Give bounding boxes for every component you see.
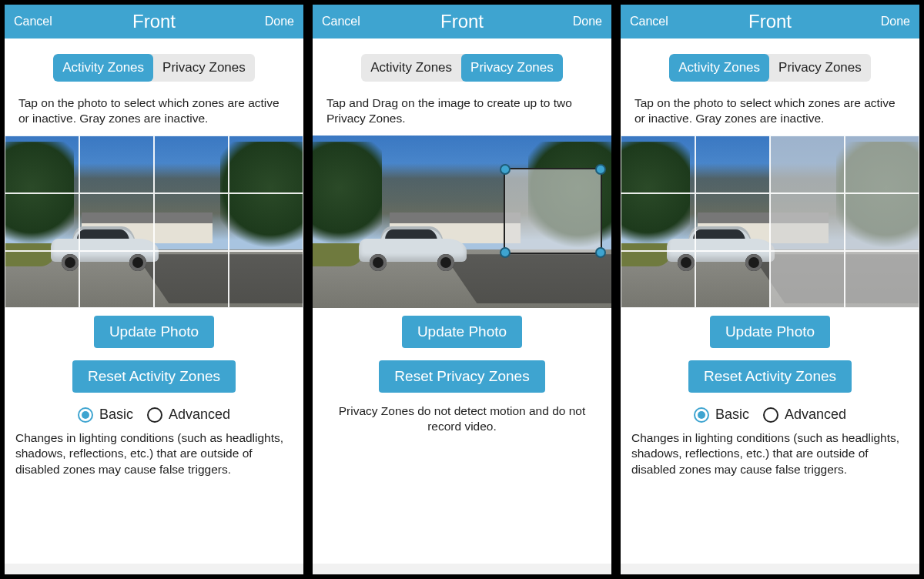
tab-privacy-zones[interactable]: Privacy Zones [153,54,255,82]
resize-handle-br[interactable] [595,247,606,258]
bottom-bar [313,564,611,574]
tab-activity-zones[interactable]: Activity Zones [361,54,461,82]
instruction-text: Tap and Drag on the image to create up t… [313,89,611,136]
reset-privacy-zones-button[interactable]: Reset Privacy Zones [379,360,544,393]
instruction-text: Tap on the photo to select which zones a… [5,89,303,136]
camera-photo[interactable] [313,136,611,308]
zone-tabs: Activity Zones Privacy Zones [53,54,255,82]
radio-advanced[interactable]: Advanced [763,407,846,423]
resize-handle-tr[interactable] [595,164,606,175]
cancel-button[interactable]: Cancel [14,15,52,28]
resize-handle-bl[interactable] [500,247,511,258]
screen-activity-basic: Cancel Front Done Activity Zones Privacy… [2,2,306,577]
radio-basic-label: Basic [715,407,749,423]
mode-radio-group: Basic Advanced [5,393,303,426]
radio-basic[interactable]: Basic [694,407,749,423]
tab-activity-zones[interactable]: Activity Zones [669,54,769,82]
radio-advanced-label: Advanced [169,407,230,423]
cancel-button[interactable]: Cancel [322,15,360,28]
screen-privacy: Cancel Front Done Activity Zones Privacy… [310,2,614,577]
footnote: Changes in lighting conditions (such as … [621,426,919,481]
privacy-note: Privacy Zones do not detect motion and d… [313,393,611,445]
update-photo-button[interactable]: Update Photo [402,316,522,348]
instruction-text: Tap on the photo to select which zones a… [621,89,919,136]
done-button[interactable]: Done [265,15,294,28]
privacy-zone-rect[interactable] [504,168,602,254]
reset-activity-zones-button[interactable]: Reset Activity Zones [72,360,236,393]
radio-basic[interactable]: Basic [78,407,133,423]
bottom-bar [5,564,303,574]
radio-advanced[interactable]: Advanced [147,407,230,423]
footnote: Changes in lighting conditions (such as … [5,426,303,481]
camera-photo[interactable] [5,136,303,308]
header: Cancel Front Done [5,5,303,38]
mode-radio-group: Basic Advanced [621,393,919,426]
reset-activity-zones-button[interactable]: Reset Activity Zones [688,360,852,393]
done-button[interactable]: Done [573,15,602,28]
bottom-bar [621,564,919,574]
header: Cancel Front Done [313,5,611,38]
update-photo-button[interactable]: Update Photo [710,316,830,348]
done-button[interactable]: Done [881,15,910,28]
tab-activity-zones[interactable]: Activity Zones [53,54,153,82]
cancel-button[interactable]: Cancel [630,15,668,28]
zone-tabs: Activity Zones Privacy Zones [361,54,563,82]
radio-basic-label: Basic [99,407,133,423]
header: Cancel Front Done [621,5,919,38]
tab-privacy-zones[interactable]: Privacy Zones [769,54,871,82]
screen-activity-dimmed: Cancel Front Done Activity Zones Privacy… [618,2,922,577]
update-photo-button[interactable]: Update Photo [94,316,214,348]
zone-tabs: Activity Zones Privacy Zones [669,54,871,82]
resize-handle-tl[interactable] [500,164,511,175]
radio-advanced-label: Advanced [785,407,846,423]
camera-photo[interactable] [621,136,919,308]
tab-privacy-zones[interactable]: Privacy Zones [461,54,563,82]
